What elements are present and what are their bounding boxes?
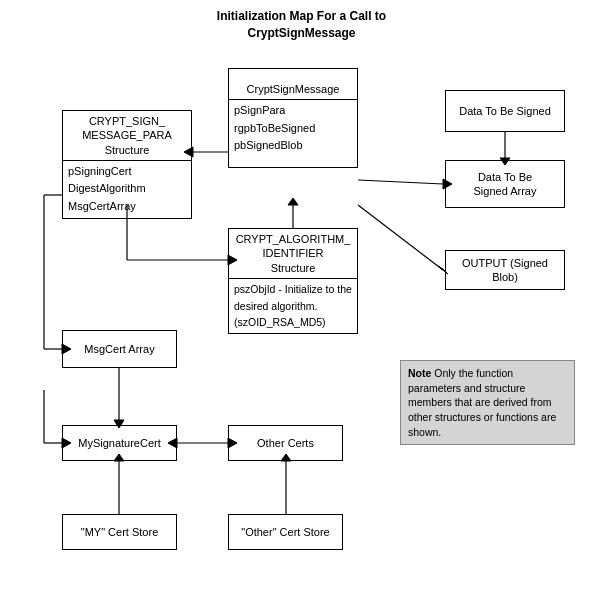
output-box: OUTPUT (Signed Blob) — [445, 250, 565, 290]
note-box: Note Only the function parameters and st… — [400, 360, 575, 445]
svg-line-4 — [358, 205, 443, 270]
crypt-sign-para-body: pSigningCert DigestAlgorithm MsgCertArra… — [63, 161, 191, 218]
crypt-sign-message-header: CryptSignMessage — [229, 79, 357, 100]
crypt-sign-para-box: CRYPT_SIGN_MESSAGE_PARAStructure pSignin… — [62, 110, 192, 219]
my-signature-cert-label: MySignatureCert — [78, 436, 161, 450]
output-label: OUTPUT (Signed Blob) — [451, 256, 559, 285]
field-pSignPara: pSignPara — [234, 102, 352, 120]
svg-marker-28 — [288, 198, 298, 205]
field-MsgCertArray: MsgCertArray — [68, 198, 186, 216]
diagram-title: Initialization Map For a Call to CryptSi… — [0, 0, 603, 46]
my-signature-cert-box: MySignatureCert — [62, 425, 177, 461]
crypt-algo-id-header: CRYPT_ALGORITHM_IDENTIFIERStructure — [229, 229, 357, 279]
data-to-be-signed-box: Data To Be Signed — [445, 90, 565, 132]
other-cert-store-box: "Other" Cert Store — [228, 514, 343, 550]
note-bold: Note — [408, 367, 431, 379]
crypt-algo-id-box: CRYPT_ALGORITHM_IDENTIFIERStructure pszO… — [228, 228, 358, 334]
msg-cert-array-box: MsgCert Array — [62, 330, 177, 368]
crypt-sign-message-box: CryptSignMessage pSignPara rgpbToBeSigne… — [228, 68, 358, 168]
svg-line-2 — [358, 180, 443, 184]
crypt-algo-id-body: pszObjId - Initialize to the desired alg… — [229, 279, 357, 333]
other-cert-store-label: "Other" Cert Store — [241, 525, 330, 539]
msg-cert-array-label: MsgCert Array — [84, 342, 154, 356]
other-certs-label: Other Certs — [257, 436, 314, 450]
field-DigestAlgorithm: DigestAlgorithm — [68, 180, 186, 198]
field-rgpbToBeSigned: rgpbToBeSigned — [234, 120, 352, 138]
other-certs-box: Other Certs — [228, 425, 343, 461]
crypt-sign-para-header: CRYPT_SIGN_MESSAGE_PARAStructure — [63, 111, 191, 161]
note-text: Only the function parameters and structu… — [408, 367, 556, 438]
crypt-sign-message-body: pSignPara rgpbToBeSigned pbSignedBlob — [229, 100, 357, 157]
data-to-be-signed-array-box: Data To BeSigned Array — [445, 160, 565, 208]
my-cert-store-box: "MY" Cert Store — [62, 514, 177, 550]
my-cert-store-label: "MY" Cert Store — [81, 525, 159, 539]
field-pSigningCert: pSigningCert — [68, 163, 186, 181]
field-pbSignedBlob: pbSignedBlob — [234, 137, 352, 155]
data-to-be-signed-array-label: Data To BeSigned Array — [474, 170, 537, 199]
data-to-be-signed-label: Data To Be Signed — [459, 104, 551, 118]
